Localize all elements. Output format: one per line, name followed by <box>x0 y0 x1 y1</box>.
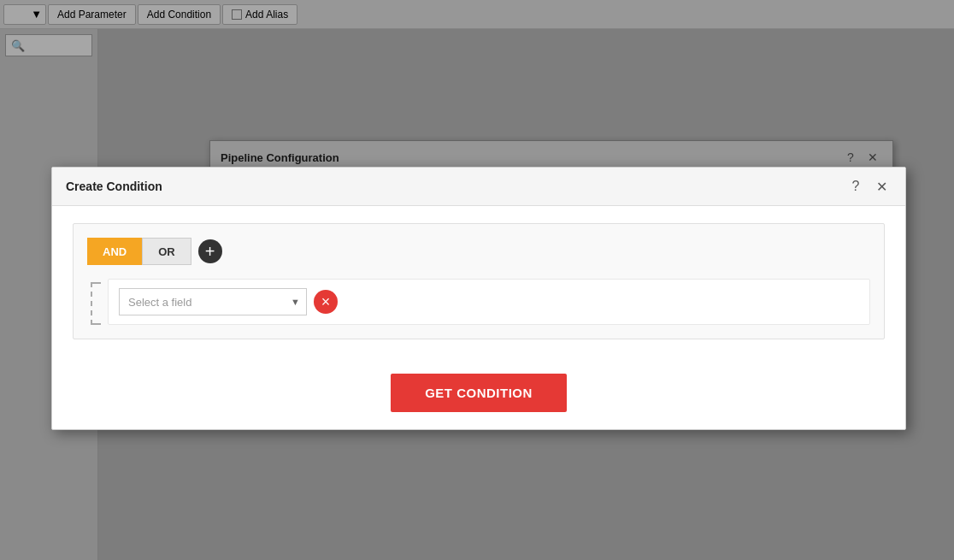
condition-row: Select a field ▼ × <box>108 279 870 325</box>
modal-body: AND OR + Select a field ▼ × <box>52 206 905 357</box>
and-button[interactable]: AND <box>87 238 142 265</box>
logic-buttons: AND OR + <box>87 238 870 265</box>
get-condition-button[interactable]: GET CONDITION <box>391 374 567 412</box>
field-select[interactable]: Select a field <box>119 288 307 315</box>
modal-close-button[interactable]: ✕ <box>871 176 892 197</box>
add-group-button[interactable]: + <box>198 239 222 263</box>
condition-builder: AND OR + Select a field ▼ × <box>73 223 885 339</box>
bracket-line <box>87 279 101 325</box>
field-select-wrapper: Select a field ▼ <box>119 288 307 315</box>
bracket-visual <box>91 282 101 325</box>
modal-help-button[interactable]: ? <box>845 176 866 197</box>
remove-condition-button[interactable]: × <box>314 290 338 314</box>
create-condition-modal: Create Condition ? ✕ AND OR + <box>51 167 906 430</box>
modal-footer: GET CONDITION <box>52 357 905 429</box>
modal-header-controls: ? ✕ <box>845 176 892 197</box>
or-button[interactable]: OR <box>142 238 191 265</box>
modal-title: Create Condition <box>66 180 162 193</box>
modal-header: Create Condition ? ✕ <box>52 168 905 206</box>
condition-rows-area: Select a field ▼ × <box>87 279 870 325</box>
